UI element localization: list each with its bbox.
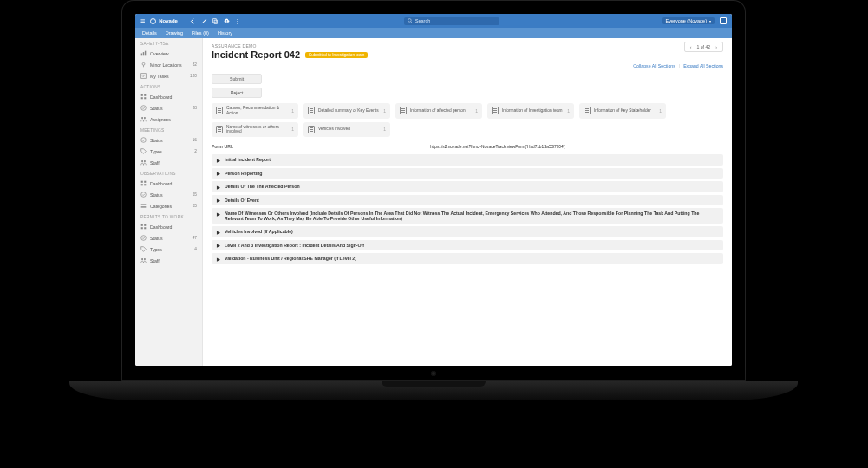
search-input[interactable]: Search bbox=[404, 17, 499, 25]
attachment-count: 1 bbox=[659, 108, 662, 114]
attachment-chip[interactable]: Name of witnesses or others involved1 bbox=[212, 122, 298, 138]
pager: ‹ 1 of 42 › bbox=[684, 42, 723, 52]
collapse-all-link[interactable]: Collapse All Sections bbox=[633, 63, 675, 68]
attachment-chip[interactable]: Vehicles involved1 bbox=[303, 122, 390, 138]
svg-point-32 bbox=[141, 258, 143, 260]
sidebar-item[interactable]: Types2 bbox=[135, 146, 202, 157]
sidebar-item-label: Types bbox=[150, 149, 191, 154]
back-icon[interactable] bbox=[190, 18, 196, 24]
sidebar-item[interactable]: Status28 bbox=[135, 102, 202, 114]
sidebar-item[interactable]: Overview bbox=[135, 48, 202, 59]
sidebar-item[interactable]: Assignees bbox=[135, 114, 202, 125]
sidebar-item-label: Status bbox=[150, 236, 189, 241]
submit-button[interactable]: Submit bbox=[212, 74, 262, 84]
sidebar-item[interactable]: My Tasks120 bbox=[135, 70, 202, 81]
dash-icon bbox=[140, 94, 147, 100]
svg-point-2 bbox=[408, 19, 411, 23]
sidebar-item-label: Status bbox=[150, 138, 189, 143]
menu-icon[interactable]: ≡ bbox=[140, 17, 145, 25]
copy-icon[interactable] bbox=[212, 18, 219, 24]
svg-rect-25 bbox=[141, 204, 147, 205]
svg-point-18 bbox=[141, 160, 143, 162]
brand-label: Novade bbox=[159, 18, 178, 23]
sidebar-item-count: 4 bbox=[194, 247, 197, 251]
attachment-chip[interactable]: Detailed summary of Key Events1 bbox=[303, 103, 390, 119]
attachments-row-2: Name of witnesses or others involved1Veh… bbox=[212, 122, 723, 138]
attachment-label: Information of Investigation team bbox=[502, 108, 564, 114]
user-avatar-icon[interactable] bbox=[720, 17, 727, 24]
form-url-row: Form URL https://s2.novade.net?func=Nova… bbox=[212, 144, 723, 149]
svg-rect-27 bbox=[141, 224, 143, 226]
attachment-chip[interactable]: Information of affected person1 bbox=[395, 103, 482, 119]
expand-icon: ▶ bbox=[217, 243, 220, 248]
sidebar-item[interactable]: Status16 bbox=[135, 134, 202, 146]
sidebar-item[interactable]: Minor Locations82 bbox=[135, 59, 202, 70]
reject-button[interactable]: Reject bbox=[212, 88, 262, 98]
attachment-count: 1 bbox=[567, 108, 570, 114]
svg-point-16 bbox=[144, 117, 146, 119]
sidebar-item[interactable]: Categories55 bbox=[135, 200, 202, 211]
svg-point-31 bbox=[141, 236, 147, 241]
svg-rect-30 bbox=[144, 227, 146, 229]
attachment-chip[interactable]: Information of Key Stakeholder1 bbox=[579, 103, 666, 119]
sub-tabs: Details Drawing Files (0) History bbox=[135, 28, 732, 38]
sidebar-item[interactable]: Dashboard bbox=[135, 91, 202, 102]
section-header[interactable]: ▶Person Reporting bbox=[212, 168, 723, 179]
document-icon bbox=[584, 107, 591, 114]
section-header[interactable]: ▶Vehicles Involved (If Applicable) bbox=[212, 226, 723, 237]
tab-files[interactable]: Files (0) bbox=[192, 30, 209, 36]
section-header[interactable]: ▶Level 2 And 3 Investigation Report : In… bbox=[212, 240, 723, 251]
tab-drawing[interactable]: Drawing bbox=[166, 30, 183, 36]
user-dropdown[interactable]: Everyone (Novade) ▾ bbox=[662, 17, 715, 24]
sidebar-group-title: MEETINGS bbox=[135, 125, 202, 134]
expand-all-link[interactable]: Expand All Sections bbox=[683, 63, 723, 68]
sidebar-item-label: Staff bbox=[150, 160, 193, 166]
sidebar-item[interactable]: Dashboard bbox=[135, 178, 202, 189]
svg-point-15 bbox=[141, 117, 143, 119]
expand-icon: ▶ bbox=[217, 171, 220, 176]
pager-prev-icon[interactable]: ‹ bbox=[689, 44, 694, 49]
tab-history[interactable]: History bbox=[218, 30, 232, 36]
types-icon bbox=[140, 246, 147, 252]
svg-point-33 bbox=[144, 258, 146, 260]
section-header[interactable]: ▶Initial Incident Report bbox=[212, 154, 723, 166]
sidebar-item-label: Status bbox=[150, 106, 189, 111]
document-icon bbox=[308, 126, 315, 133]
document-icon bbox=[400, 107, 407, 114]
sidebar-item[interactable]: Status55 bbox=[135, 189, 202, 200]
attachment-chip[interactable]: Information of Investigation team1 bbox=[487, 103, 574, 119]
sidebar-item[interactable]: Types4 bbox=[135, 244, 202, 255]
attachment-count: 1 bbox=[475, 108, 478, 114]
svg-rect-6 bbox=[145, 51, 146, 56]
attachment-label: Detailed summary of Key Events bbox=[318, 108, 380, 114]
sidebar-item[interactable]: Staff bbox=[135, 255, 202, 266]
brand[interactable]: Novade bbox=[150, 18, 178, 24]
form-url-label: Form URL bbox=[212, 144, 272, 149]
attachment-label: Name of witnesses or others involved bbox=[226, 125, 288, 135]
sidebar-item[interactable]: Staff bbox=[135, 157, 202, 168]
tab-details[interactable]: Details bbox=[142, 30, 157, 36]
document-icon bbox=[216, 126, 223, 133]
cloud-upload-icon[interactable] bbox=[224, 18, 230, 24]
svg-rect-26 bbox=[141, 206, 147, 207]
sidebar-item-label: Minor Locations bbox=[150, 62, 189, 68]
main-content: ‹ 1 of 42 › ASSURANCE DEMO Incident Repo… bbox=[203, 38, 732, 366]
section-header[interactable]: ▶Validation - Business Unit / Regional S… bbox=[212, 253, 723, 264]
sidebar-item[interactable]: Status47 bbox=[135, 232, 202, 244]
pager-text: 1 of 42 bbox=[696, 44, 710, 49]
dash-icon bbox=[140, 224, 147, 230]
sidebar-item[interactable]: Dashboard bbox=[135, 221, 202, 232]
status-icon bbox=[140, 235, 147, 241]
edit-icon[interactable] bbox=[201, 18, 207, 24]
section-header[interactable]: ▶Name Of Witnesses Or Others Involved (I… bbox=[212, 208, 723, 224]
svg-line-3 bbox=[411, 22, 413, 23]
sidebar-item-count: 47 bbox=[193, 236, 197, 240]
pager-next-icon[interactable]: › bbox=[714, 44, 719, 49]
more-icon[interactable]: ⋮ bbox=[235, 18, 241, 24]
section-header[interactable]: ▶Details Of Event bbox=[212, 195, 723, 206]
sidebar-item-label: Staff bbox=[150, 258, 193, 263]
attachment-chip[interactable]: Causes, Recommendation & Action1 bbox=[212, 103, 298, 119]
user-label: Everyone (Novade) bbox=[666, 18, 707, 23]
svg-rect-20 bbox=[141, 181, 143, 183]
section-header[interactable]: ▶Details Of The The Affected Person bbox=[212, 181, 723, 192]
